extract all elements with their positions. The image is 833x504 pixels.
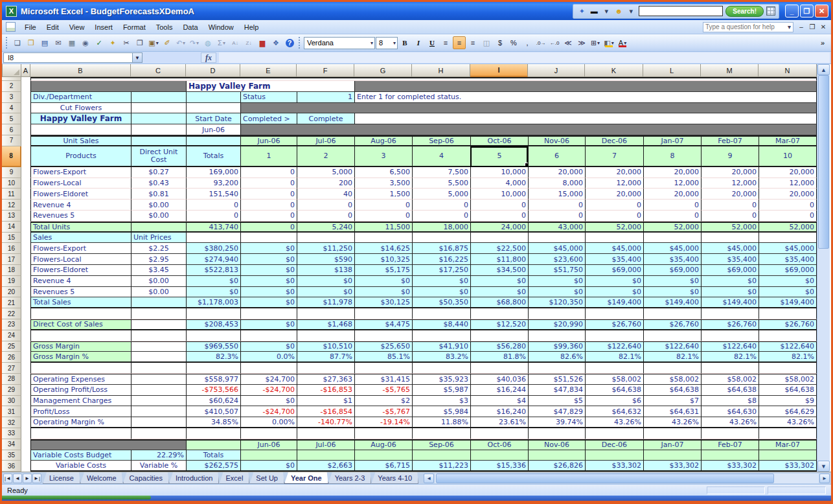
close-button[interactable]: ✕ (815, 5, 828, 17)
cell-G29[interactable]: -$5,765 (354, 385, 412, 396)
cell-K13[interactable]: 0 (585, 211, 643, 222)
cell-M22[interactable] (701, 308, 759, 319)
cell-A32[interactable] (21, 417, 30, 428)
cell-J9[interactable]: 20,000 (528, 167, 585, 178)
row-header-25[interactable]: 25 (2, 341, 21, 352)
cell-L30[interactable]: $7 (643, 396, 701, 407)
cell-A7[interactable] (21, 135, 30, 146)
cell-L31[interactable]: $64,631 (643, 406, 701, 417)
cell-C4[interactable] (131, 103, 186, 114)
cell-E29[interactable]: -$24,700 (240, 385, 297, 396)
cell-A18[interactable] (21, 265, 30, 276)
fill-color-button[interactable]: ◧▾ (602, 36, 615, 49)
cell-J35[interactable] (528, 450, 585, 461)
cell-H35[interactable] (412, 450, 470, 461)
cell-A5[interactable] (21, 113, 30, 124)
cell-A35[interactable] (21, 450, 30, 461)
cell-J29[interactable]: $47,834 (528, 385, 585, 396)
cell-L14[interactable]: 52,000 (643, 222, 701, 233)
cell-F9[interactable]: 5,000 (297, 167, 354, 178)
cell-N31[interactable]: $64,629 (759, 406, 817, 417)
cell-L15[interactable] (643, 233, 701, 244)
cell-H22[interactable] (412, 308, 470, 319)
cell-B26[interactable]: Gross Margin % (30, 352, 131, 363)
cell-H7[interactable]: Sep-06 (412, 135, 470, 146)
cell-G33[interactable] (354, 428, 412, 439)
cell-J15[interactable] (528, 233, 585, 244)
cell-E26[interactable]: 0.0% (240, 352, 297, 363)
cell-C23[interactable] (131, 319, 186, 330)
cell-G19[interactable]: $0 (354, 276, 412, 287)
cell-L8[interactable]: 8 (643, 146, 701, 167)
menu-format[interactable]: Format (118, 21, 151, 33)
cell-F23[interactable]: $1,468 (297, 319, 354, 330)
cell-M18[interactable]: $69,000 (701, 265, 759, 276)
autosum-button[interactable]: Σ▾ (215, 36, 228, 49)
cell-B27[interactable] (30, 363, 131, 374)
cell-J26[interactable]: 82.6% (528, 352, 585, 363)
cell-N35[interactable] (759, 450, 817, 461)
cell-I10[interactable]: 4,000 (470, 178, 528, 189)
cell-K7[interactable]: Dec-06 (585, 135, 643, 146)
cell-I28[interactable]: $40,036 (470, 374, 528, 385)
chevron-down-icon[interactable]: ▾ (788, 23, 791, 30)
cell-G3[interactable]: Enter 1 for completed status. (354, 92, 817, 103)
cell-E19[interactable]: $0 (240, 276, 297, 287)
cell-C14[interactable] (131, 222, 186, 233)
cell-G27[interactable] (354, 363, 412, 374)
column-header-D[interactable]: D (186, 64, 240, 77)
cell-K26[interactable]: 82.1% (585, 352, 643, 363)
cell-D25[interactable]: $969,550 (186, 341, 240, 352)
vertical-scrollbar[interactable]: ▲ ▼ (817, 64, 830, 472)
cell-M19[interactable]: $0 (701, 276, 759, 287)
cell-H17[interactable]: $16,225 (412, 254, 470, 265)
cell-F5[interactable]: Complete (297, 113, 354, 124)
cell-J30[interactable]: $5 (528, 396, 585, 407)
cell-G36[interactable]: $6,715 (354, 461, 412, 472)
cell-B19[interactable]: Revenue 4 (30, 276, 131, 287)
cell-B15[interactable]: Sales (30, 233, 131, 244)
menu-insert[interactable]: Insert (89, 21, 118, 33)
column-header-N[interactable]: N (759, 64, 817, 77)
row-header-4[interactable]: 4 (2, 103, 21, 114)
addon-dropdown-1-icon[interactable]: ▾ (601, 6, 611, 16)
cell-D12[interactable]: 0 (186, 200, 240, 211)
cell-I25[interactable]: $56,280 (470, 341, 528, 352)
cell-M14[interactable]: 52,000 (701, 222, 759, 233)
cell-A36[interactable] (21, 461, 30, 472)
cell-F13[interactable]: 0 (297, 211, 354, 222)
cell-N27[interactable] (759, 363, 817, 374)
cell-H21[interactable]: $50,350 (412, 297, 470, 308)
cell-M34[interactable]: Feb-07 (701, 439, 759, 450)
cell-M9[interactable]: 20,000 (701, 167, 759, 178)
cell-I15[interactable] (470, 233, 528, 244)
cell-E4[interactable] (240, 103, 817, 114)
cell-L24[interactable] (643, 330, 701, 341)
cell-C13[interactable]: $0.00 (131, 211, 186, 222)
cell-N30[interactable]: $9 (759, 396, 817, 407)
cell-J28[interactable]: $51,526 (528, 374, 585, 385)
help-button[interactable]: ? (283, 36, 296, 49)
cell-I20[interactable]: $0 (470, 287, 528, 298)
addon-grid-icon[interactable] (766, 6, 775, 16)
cell-L7[interactable]: Jan-07 (643, 135, 701, 146)
cell-I33[interactable] (470, 428, 528, 439)
cell-A27[interactable] (21, 363, 30, 374)
cell-D6[interactable]: Jun-06 (186, 124, 240, 135)
cell-L17[interactable]: $35,400 (643, 254, 701, 265)
cell-A29[interactable] (21, 385, 30, 396)
save-button[interactable]: ▤ (38, 36, 51, 49)
cell-B5[interactable]: Happy Valley Farm (30, 113, 131, 124)
cell-E13[interactable]: 0 (240, 211, 297, 222)
cell-B2[interactable] (30, 81, 186, 92)
column-header-K[interactable]: K (585, 64, 643, 77)
row-header-36[interactable]: 36 (2, 461, 21, 472)
cell-J7[interactable]: Nov-06 (528, 135, 585, 146)
cell-J20[interactable]: $0 (528, 287, 585, 298)
cell-F35[interactable] (297, 450, 354, 461)
cell-I11[interactable]: 10,000 (470, 189, 528, 200)
cell-E21[interactable]: $0 (240, 297, 297, 308)
cell-G11[interactable]: 1,500 (354, 189, 412, 200)
column-header-E[interactable]: E (240, 64, 297, 77)
cell-K33[interactable] (585, 428, 643, 439)
